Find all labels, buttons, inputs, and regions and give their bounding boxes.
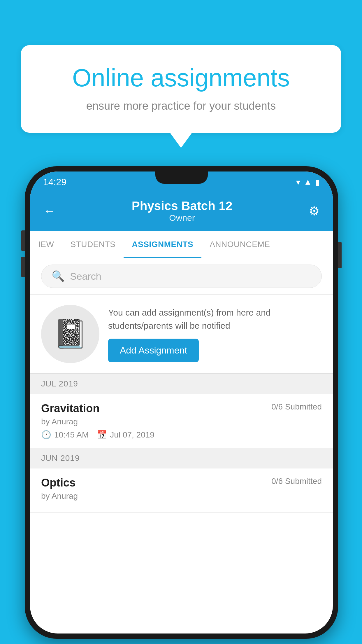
volume-up-button — [21, 230, 25, 251]
settings-icon[interactable]: ⚙ — [309, 204, 320, 218]
volume-down-button — [21, 257, 25, 277]
tab-iew[interactable]: IEW — [30, 231, 62, 258]
assignment-submitted-gravitation: 0/6 Submitted — [271, 402, 322, 412]
header-subtitle: Owner — [132, 213, 233, 223]
back-button[interactable]: ← — [43, 204, 55, 218]
power-button — [338, 242, 342, 268]
app-header: ← Physics Batch 12 Owner ⚙ — [30, 192, 333, 231]
assignment-name-gravitation: Gravitation — [41, 402, 100, 415]
header-center: Physics Batch 12 Owner — [132, 199, 233, 223]
header-title: Physics Batch 12 — [132, 199, 233, 213]
assignment-top-optics: Optics 0/6 Submitted — [41, 477, 322, 489]
notebook-icon: 📓 — [53, 318, 88, 350]
assignment-author-gravitation: by Anurag — [41, 417, 322, 426]
meta-time-gravitation: 🕐 10:45 AM — [41, 430, 89, 440]
assignment-optics[interactable]: Optics 0/6 Submitted by Anurag — [30, 468, 333, 513]
assignment-meta-gravitation: 🕐 10:45 AM 📅 Jul 07, 2019 — [41, 430, 322, 440]
search-bar[interactable]: 🔍 Search — [41, 265, 322, 288]
add-assignment-button[interactable]: Add Assignment — [108, 339, 199, 362]
assignment-gravitation[interactable]: Gravitation 0/6 Submitted by Anurag 🕐 10… — [30, 394, 333, 448]
tab-announcements[interactable]: ANNOUNCEME — [201, 231, 278, 258]
speech-bubble: Online assignments ensure more practice … — [21, 45, 341, 133]
phone-notch — [155, 172, 208, 184]
assignment-top: Gravitation 0/6 Submitted — [41, 402, 322, 415]
section-header-jul: JUL 2019 — [30, 374, 333, 394]
tab-assignments[interactable]: ASSIGNMENTS — [124, 231, 201, 258]
assignment-name-optics: Optics — [41, 477, 75, 489]
promo-content: You can add assignment(s) from here and … — [108, 306, 322, 362]
search-icon: 🔍 — [52, 270, 65, 282]
search-placeholder: Search — [70, 271, 101, 282]
calendar-icon: 📅 — [97, 430, 107, 440]
phone-screen: 14:29 ▾ ▲ ▮ ← Physics Batch 12 Owner ⚙ I… — [30, 172, 333, 634]
section-label-jul: JUL 2019 — [41, 379, 78, 388]
status-time: 14:29 — [43, 177, 66, 188]
phone-mockup: 14:29 ▾ ▲ ▮ ← Physics Batch 12 Owner ⚙ I… — [25, 166, 338, 639]
add-assignment-promo: 📓 You can add assignment(s) from here an… — [30, 295, 333, 374]
bubble-subtitle: ensure more practice for your students — [44, 100, 318, 112]
battery-icon: ▮ — [315, 177, 320, 187]
wifi-icon: ▾ — [296, 177, 300, 187]
section-label-jun: JUN 2019 — [41, 454, 80, 463]
promo-icon-wrap: 📓 — [41, 305, 99, 363]
meta-date-gravitation: 📅 Jul 07, 2019 — [97, 430, 154, 440]
date-value: Jul 07, 2019 — [110, 430, 154, 440]
tab-students[interactable]: STUDENTS — [62, 231, 124, 258]
promo-text: You can add assignment(s) from here and … — [108, 306, 322, 332]
phone-outer: 14:29 ▾ ▲ ▮ ← Physics Batch 12 Owner ⚙ I… — [25, 166, 338, 639]
search-container: 🔍 Search — [30, 258, 333, 295]
status-icons: ▾ ▲ ▮ — [296, 177, 320, 187]
signal-icon: ▲ — [304, 177, 312, 187]
time-value: 10:45 AM — [54, 430, 89, 440]
assignment-author-optics: by Anurag — [41, 491, 322, 501]
speech-bubble-container: Online assignments ensure more practice … — [21, 45, 341, 133]
clock-icon: 🕐 — [41, 430, 51, 440]
bubble-title: Online assignments — [44, 64, 318, 92]
section-header-jun: JUN 2019 — [30, 448, 333, 468]
tabs-container: IEW STUDENTS ASSIGNMENTS ANNOUNCEME — [30, 231, 333, 258]
assignment-submitted-optics: 0/6 Submitted — [271, 477, 322, 486]
